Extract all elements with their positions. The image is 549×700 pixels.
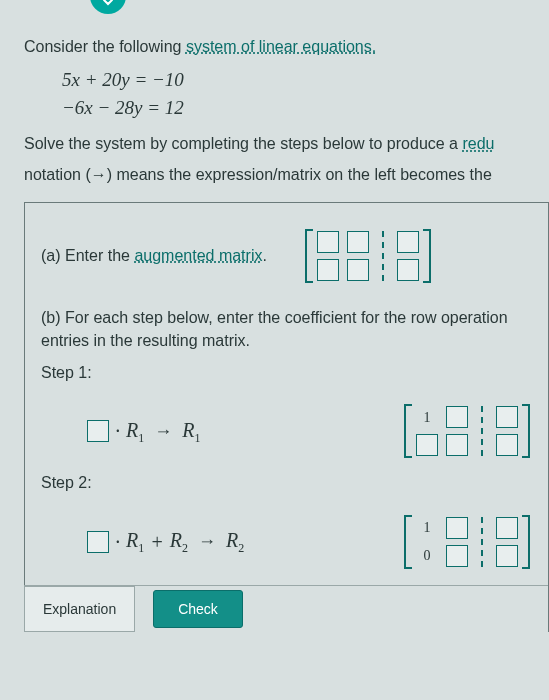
step1-R1b-sym: R	[182, 419, 194, 441]
part-b-text: (b) For each step below, enter the coeff…	[41, 307, 548, 352]
mat-a-r2c2[interactable]	[347, 259, 369, 281]
intro-text: Consider the following system of linear …	[24, 36, 549, 58]
step2-R2b-sym: R	[226, 529, 238, 551]
solve-p2a: notation (	[24, 166, 91, 183]
step2-R2b: R2	[226, 526, 244, 557]
mat-a-r2c1[interactable]	[317, 259, 339, 281]
mat-a-r1c2[interactable]	[347, 231, 369, 253]
mat1-r1c1: 1	[416, 406, 438, 428]
mat1-r2aug[interactable]	[496, 434, 518, 456]
mat-a-r1aug[interactable]	[397, 231, 419, 253]
chevron-down-icon	[100, 0, 116, 10]
step2-label: Step 2:	[41, 472, 548, 494]
bracket-left-icon	[404, 515, 412, 569]
matrix-step1-grid: 1	[412, 404, 522, 458]
mat2-r2c1: 0	[416, 545, 438, 567]
equations-block: 5x + 20y = −10 −6x − 28y = 12	[62, 66, 549, 121]
arrow-icon: →	[91, 166, 107, 183]
step2-operation: · R1 + R2 → R2	[87, 526, 244, 557]
mat1-r2c1[interactable]	[416, 434, 438, 456]
mat-a-r1c1[interactable]	[317, 231, 339, 253]
step2-R2b-sub: 2	[238, 541, 244, 555]
menu-toggle[interactable]	[90, 0, 126, 14]
matrix-step2: 1 0	[396, 511, 538, 573]
step1-coef-input[interactable]	[87, 420, 109, 442]
solve-link-1[interactable]: redu	[462, 135, 494, 152]
bracket-left-icon	[404, 404, 412, 458]
step2-R1-sub: 1	[138, 541, 144, 555]
mat1-r1aug[interactable]	[496, 406, 518, 428]
part-a-link[interactable]: augmented matrix	[134, 247, 262, 264]
matrix-a-grid	[313, 229, 423, 283]
bracket-right-icon	[522, 515, 530, 569]
bracket-right-icon	[522, 404, 530, 458]
matrix-step2-grid: 1 0	[412, 515, 522, 569]
step1-dot: ·	[115, 417, 120, 445]
step2-R2-sub: 2	[182, 541, 188, 555]
explanation-button[interactable]: Explanation	[24, 586, 135, 632]
step1-label: Step 1:	[41, 362, 548, 384]
step2-plus: +	[150, 528, 164, 556]
matrix-a	[297, 225, 439, 287]
mat2-r1c1: 1	[416, 517, 438, 539]
step2-R2-sym: R	[170, 529, 182, 551]
step1-row: · R1 → R1 1	[41, 400, 548, 462]
mat1-r1c2[interactable]	[446, 406, 468, 428]
arrow-icon: →	[198, 529, 216, 554]
bottom-bar: Explanation Check	[24, 585, 548, 632]
solve-p1a: Solve the system by completing the steps…	[24, 135, 462, 152]
solve-line-2: notation (→) means the expression/matrix…	[24, 164, 549, 186]
mat2-r1c2[interactable]	[446, 517, 468, 539]
mat-a-r2aug[interactable]	[397, 259, 419, 281]
step2-row: · R1 + R2 → R2 1 0	[41, 511, 548, 573]
aug-divider-icon	[382, 231, 384, 281]
intro-prefix: Consider the following	[24, 38, 186, 55]
mat2-r2aug[interactable]	[496, 545, 518, 567]
step2-R1-sym: R	[126, 529, 138, 551]
step1-R1b-sub: 1	[194, 431, 200, 445]
step2-R1: R1	[126, 526, 144, 557]
step1-R1-sym: R	[126, 419, 138, 441]
matrix-step1: 1	[396, 400, 538, 462]
check-button[interactable]: Check	[153, 590, 243, 628]
step2-R2: R2	[170, 526, 188, 557]
mat1-r2c2[interactable]	[446, 434, 468, 456]
arrow-icon: →	[154, 419, 172, 444]
bracket-left-icon	[305, 229, 313, 283]
step1-operation: · R1 → R1	[87, 416, 200, 447]
equation-1: 5x + 20y = −10	[62, 66, 549, 94]
work-panel: (a) Enter the augmented matrix. (b) For …	[24, 202, 549, 632]
part-a-prefix: (a) Enter the	[41, 247, 134, 264]
step1-R1b: R1	[182, 416, 200, 447]
step2-coef-input[interactable]	[87, 531, 109, 553]
solve-line-1: Solve the system by completing the steps…	[24, 133, 549, 155]
step1-R1: R1	[126, 416, 144, 447]
intro-link[interactable]: system of linear equations.	[186, 38, 376, 55]
part-a-text: (a) Enter the augmented matrix.	[41, 245, 267, 267]
mat2-r1aug[interactable]	[496, 517, 518, 539]
equation-2: −6x − 28y = 12	[62, 94, 549, 122]
mat2-r2c2[interactable]	[446, 545, 468, 567]
step2-dot: ·	[115, 528, 120, 556]
part-a-suffix: .	[262, 247, 266, 264]
aug-divider-icon	[481, 406, 483, 456]
step1-R1-sub: 1	[138, 431, 144, 445]
part-a-row: (a) Enter the augmented matrix.	[41, 225, 548, 287]
bracket-right-icon	[423, 229, 431, 283]
solve-p2b: ) means the expression/matrix on the lef…	[107, 166, 492, 183]
aug-divider-icon	[481, 517, 483, 567]
